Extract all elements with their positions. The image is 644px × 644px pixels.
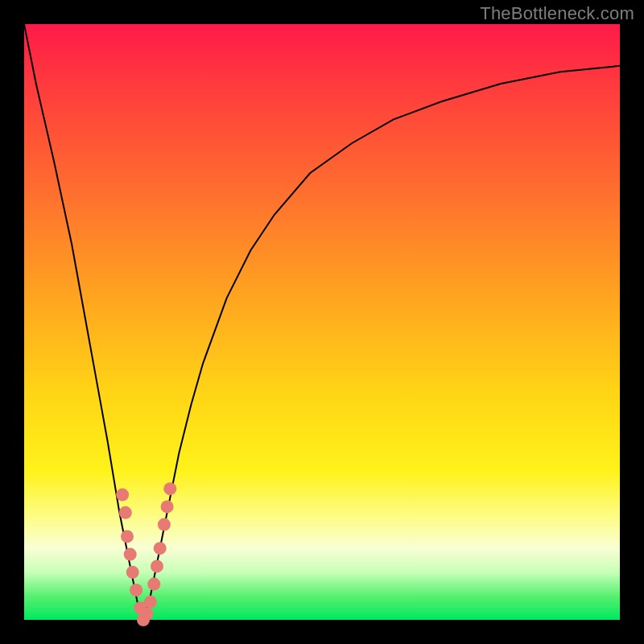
data-point-cluster [116,482,176,626]
data-point [126,566,139,579]
bottleneck-curve [24,24,620,620]
data-point [121,530,134,543]
data-point [158,518,171,531]
data-point [140,608,153,621]
chart-plot-area [24,24,620,620]
chart-frame: TheBottleneck.com [0,0,644,644]
data-point [144,596,157,609]
data-point [116,489,129,502]
data-point [163,482,176,495]
data-point [154,542,167,555]
data-point [151,559,163,572]
data-point [130,584,142,597]
watermark-text: TheBottleneck.com [480,3,634,24]
data-point [147,578,160,591]
chart-svg [24,24,620,620]
data-point [124,548,137,561]
data-point [119,506,132,519]
data-point [161,500,174,513]
